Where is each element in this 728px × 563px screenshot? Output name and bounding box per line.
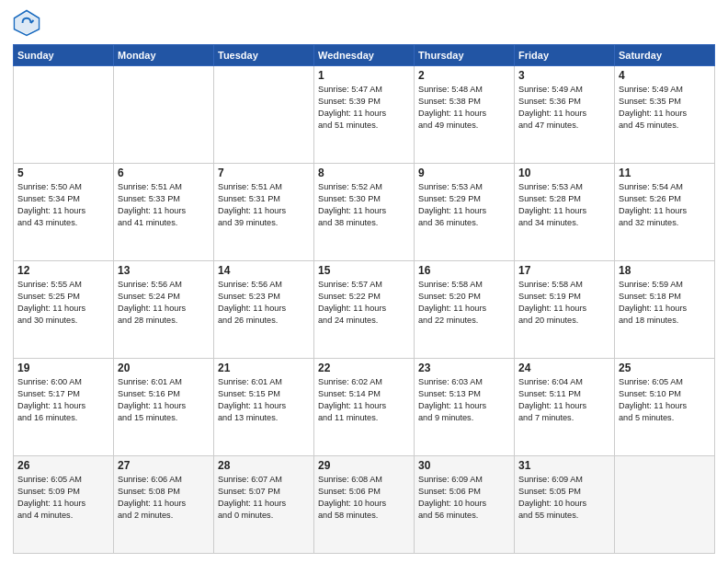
cell-text: Sunrise: 6:00 AMSunset: 5:17 PMDaylight:… [17, 376, 109, 424]
day-number: 5 [17, 167, 109, 179]
cell-text: Sunrise: 6:09 AMSunset: 5:05 PMDaylight:… [518, 474, 610, 522]
cell-text: Sunrise: 5:52 AMSunset: 5:30 PMDaylight:… [318, 181, 410, 229]
header [13, 9, 715, 37]
logo [13, 9, 44, 37]
calendar-cell: 30Sunrise: 6:09 AMSunset: 5:06 PMDayligh… [415, 456, 515, 554]
calendar-cell: 23Sunrise: 6:03 AMSunset: 5:13 PMDayligh… [415, 359, 515, 456]
day-number: 31 [518, 459, 610, 472]
cell-text: Sunrise: 6:01 AMSunset: 5:16 PMDaylight:… [118, 376, 210, 424]
calendar-cell [114, 66, 214, 164]
weekday-header-friday: Friday [515, 45, 615, 66]
calendar-cell: 11Sunrise: 5:54 AMSunset: 5:26 PMDayligh… [615, 164, 715, 261]
cell-text: Sunrise: 5:56 AMSunset: 5:24 PMDaylight:… [118, 279, 210, 327]
cell-text: Sunrise: 6:05 AMSunset: 5:10 PMDaylight:… [619, 376, 711, 424]
calendar-cell: 7Sunrise: 5:51 AMSunset: 5:31 PMDaylight… [214, 164, 314, 261]
day-number: 21 [218, 362, 310, 374]
calendar-table: SundayMondayTuesdayWednesdayThursdayFrid… [13, 44, 715, 554]
cell-text: Sunrise: 5:50 AMSunset: 5:34 PMDaylight:… [17, 181, 109, 229]
week-row-1: 5Sunrise: 5:50 AMSunset: 5:34 PMDaylight… [14, 164, 715, 261]
calendar-cell: 15Sunrise: 5:57 AMSunset: 5:22 PMDayligh… [314, 261, 415, 359]
calendar-cell: 5Sunrise: 5:50 AMSunset: 5:34 PMDaylight… [14, 164, 114, 261]
day-number: 13 [118, 264, 210, 277]
weekday-header-sunday: Sunday [14, 45, 114, 66]
page: SundayMondayTuesdayWednesdayThursdayFrid… [0, 0, 728, 563]
calendar-cell: 26Sunrise: 6:05 AMSunset: 5:09 PMDayligh… [14, 456, 114, 554]
weekday-header-saturday: Saturday [615, 45, 715, 66]
calendar-cell [615, 456, 715, 554]
calendar-cell: 25Sunrise: 6:05 AMSunset: 5:10 PMDayligh… [615, 359, 715, 456]
day-number: 2 [418, 69, 510, 82]
day-number: 9 [418, 167, 510, 179]
day-number: 14 [218, 264, 310, 277]
calendar-cell: 24Sunrise: 6:04 AMSunset: 5:11 PMDayligh… [515, 359, 615, 456]
calendar-cell: 13Sunrise: 5:56 AMSunset: 5:24 PMDayligh… [114, 261, 214, 359]
calendar-cell [214, 66, 314, 164]
weekday-header-wednesday: Wednesday [314, 45, 415, 66]
day-number: 27 [118, 459, 210, 472]
day-number: 30 [418, 459, 510, 472]
day-number: 7 [218, 167, 310, 179]
cell-text: Sunrise: 6:05 AMSunset: 5:09 PMDaylight:… [17, 474, 109, 522]
day-number: 28 [218, 459, 310, 472]
calendar-cell: 31Sunrise: 6:09 AMSunset: 5:05 PMDayligh… [515, 456, 615, 554]
weekday-header-row: SundayMondayTuesdayWednesdayThursdayFrid… [14, 45, 715, 66]
calendar-cell: 14Sunrise: 5:56 AMSunset: 5:23 PMDayligh… [214, 261, 314, 359]
logo-icon [13, 9, 40, 37]
cell-text: Sunrise: 5:51 AMSunset: 5:33 PMDaylight:… [118, 181, 210, 229]
day-number: 15 [318, 264, 410, 277]
calendar-cell: 28Sunrise: 6:07 AMSunset: 5:07 PMDayligh… [214, 456, 314, 554]
cell-text: Sunrise: 5:59 AMSunset: 5:18 PMDaylight:… [619, 279, 711, 327]
cell-text: Sunrise: 6:09 AMSunset: 5:06 PMDaylight:… [418, 474, 510, 522]
cell-text: Sunrise: 6:02 AMSunset: 5:14 PMDaylight:… [318, 376, 410, 424]
calendar-cell: 12Sunrise: 5:55 AMSunset: 5:25 PMDayligh… [14, 261, 114, 359]
cell-text: Sunrise: 5:56 AMSunset: 5:23 PMDaylight:… [218, 279, 310, 327]
day-number: 3 [518, 69, 610, 82]
week-row-2: 12Sunrise: 5:55 AMSunset: 5:25 PMDayligh… [14, 261, 715, 359]
week-row-0: 1Sunrise: 5:47 AMSunset: 5:39 PMDaylight… [14, 66, 715, 164]
cell-text: Sunrise: 5:53 AMSunset: 5:29 PMDaylight:… [418, 181, 510, 229]
cell-text: Sunrise: 5:49 AMSunset: 5:35 PMDaylight:… [619, 84, 711, 132]
cell-text: Sunrise: 6:08 AMSunset: 5:06 PMDaylight:… [318, 474, 410, 522]
cell-text: Sunrise: 5:55 AMSunset: 5:25 PMDaylight:… [17, 279, 109, 327]
weekday-header-tuesday: Tuesday [214, 45, 314, 66]
day-number: 12 [17, 264, 109, 277]
calendar-cell: 9Sunrise: 5:53 AMSunset: 5:29 PMDaylight… [415, 164, 515, 261]
day-number: 23 [418, 362, 510, 374]
calendar-cell: 3Sunrise: 5:49 AMSunset: 5:36 PMDaylight… [515, 66, 615, 164]
week-row-4: 26Sunrise: 6:05 AMSunset: 5:09 PMDayligh… [14, 456, 715, 554]
calendar-cell: 2Sunrise: 5:48 AMSunset: 5:38 PMDaylight… [415, 66, 515, 164]
calendar-cell: 29Sunrise: 6:08 AMSunset: 5:06 PMDayligh… [314, 456, 415, 554]
calendar-cell: 6Sunrise: 5:51 AMSunset: 5:33 PMDaylight… [114, 164, 214, 261]
day-number: 18 [619, 264, 711, 277]
cell-text: Sunrise: 5:57 AMSunset: 5:22 PMDaylight:… [318, 279, 410, 327]
cell-text: Sunrise: 5:51 AMSunset: 5:31 PMDaylight:… [218, 181, 310, 229]
day-number: 6 [118, 167, 210, 179]
day-number: 19 [17, 362, 109, 374]
week-row-3: 19Sunrise: 6:00 AMSunset: 5:17 PMDayligh… [14, 359, 715, 456]
day-number: 8 [318, 167, 410, 179]
day-number: 22 [318, 362, 410, 374]
calendar-cell: 20Sunrise: 6:01 AMSunset: 5:16 PMDayligh… [114, 359, 214, 456]
calendar-cell: 22Sunrise: 6:02 AMSunset: 5:14 PMDayligh… [314, 359, 415, 456]
day-number: 4 [619, 69, 711, 82]
calendar-cell: 17Sunrise: 5:58 AMSunset: 5:19 PMDayligh… [515, 261, 615, 359]
calendar-cell: 21Sunrise: 6:01 AMSunset: 5:15 PMDayligh… [214, 359, 314, 456]
day-number: 1 [318, 69, 410, 82]
day-number: 26 [17, 459, 109, 472]
cell-text: Sunrise: 5:58 AMSunset: 5:20 PMDaylight:… [418, 279, 510, 327]
day-number: 17 [518, 264, 610, 277]
day-number: 11 [619, 167, 711, 179]
calendar-cell: 4Sunrise: 5:49 AMSunset: 5:35 PMDaylight… [615, 66, 715, 164]
calendar-cell: 19Sunrise: 6:00 AMSunset: 5:17 PMDayligh… [14, 359, 114, 456]
calendar-cell: 18Sunrise: 5:59 AMSunset: 5:18 PMDayligh… [615, 261, 715, 359]
weekday-header-monday: Monday [114, 45, 214, 66]
cell-text: Sunrise: 6:03 AMSunset: 5:13 PMDaylight:… [418, 376, 510, 424]
calendar-cell: 27Sunrise: 6:06 AMSunset: 5:08 PMDayligh… [114, 456, 214, 554]
cell-text: Sunrise: 6:01 AMSunset: 5:15 PMDaylight:… [218, 376, 310, 424]
calendar-cell: 16Sunrise: 5:58 AMSunset: 5:20 PMDayligh… [415, 261, 515, 359]
cell-text: Sunrise: 5:49 AMSunset: 5:36 PMDaylight:… [518, 84, 610, 132]
day-number: 16 [418, 264, 510, 277]
cell-text: Sunrise: 5:48 AMSunset: 5:38 PMDaylight:… [418, 84, 510, 132]
cell-text: Sunrise: 6:04 AMSunset: 5:11 PMDaylight:… [518, 376, 610, 424]
cell-text: Sunrise: 5:54 AMSunset: 5:26 PMDaylight:… [619, 181, 711, 229]
